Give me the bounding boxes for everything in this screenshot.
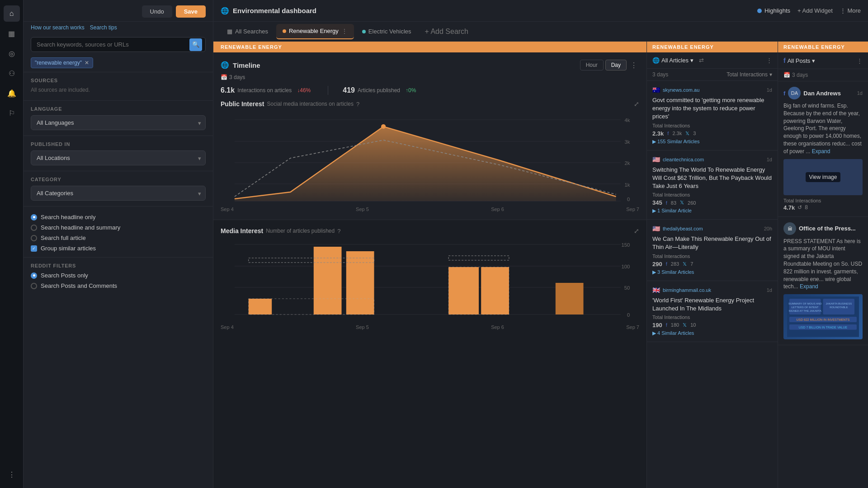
post-author-name-1[interactable]: Dan Andrews bbox=[803, 90, 841, 97]
tab-renewable-energy[interactable]: Renewable Energy ⋮ bbox=[276, 24, 354, 39]
svg-rect-20 bbox=[249, 299, 272, 314]
radio-posts-comments[interactable]: Search Posts and Comments bbox=[31, 282, 206, 289]
search-tips-link[interactable]: Search tips bbox=[90, 24, 117, 31]
highlights-button[interactable]: Highlights bbox=[757, 7, 790, 14]
expand-link-2[interactable]: Expand bbox=[800, 283, 818, 290]
article-item: 🇦🇺 skynews.com.au 1d Govt committed to '… bbox=[647, 81, 778, 150]
language-select[interactable]: All Languages English Spanish French bbox=[31, 115, 206, 130]
svg-text:2k: 2k bbox=[624, 160, 630, 166]
view-image-button-1[interactable]: View image bbox=[806, 172, 841, 182]
tab-electric-vehicles[interactable]: Electric Vehicles bbox=[356, 24, 418, 38]
sort-filter[interactable]: Total Interactions ▾ bbox=[726, 71, 772, 78]
article-item: 🇬🇧 birminghammail.co.uk 1d 'World First'… bbox=[647, 281, 778, 342]
post-int-val-1: 4.7k bbox=[783, 204, 795, 211]
users-nav-icon[interactable]: ⚇ bbox=[4, 65, 20, 81]
stats-divider bbox=[328, 86, 328, 95]
search-button[interactable]: 🔍 bbox=[189, 38, 202, 51]
public-interest-expand-button[interactable]: ⤢ bbox=[634, 100, 639, 108]
svg-rect-22 bbox=[346, 251, 374, 314]
article-source-3[interactable]: thedailybeast.com bbox=[663, 226, 703, 231]
highlights-dot bbox=[757, 9, 762, 13]
svg-text:150: 150 bbox=[622, 242, 630, 248]
article-source-2[interactable]: cleantechnica.com bbox=[663, 157, 704, 162]
svg-text:0: 0 bbox=[627, 197, 630, 202]
radio-headline-summary[interactable]: Search headline and summary bbox=[31, 224, 206, 231]
press-image-svg: SUMMARY OF MOUS AND LETTERS OF INTENT SI… bbox=[787, 296, 859, 337]
hour-button[interactable]: Hour bbox=[580, 60, 604, 70]
article-title-3[interactable]: We Can Make This Renewable Energy Out of… bbox=[652, 235, 772, 251]
similar-articles-link-3[interactable]: ▶ 3 Similar Articles bbox=[652, 269, 772, 275]
day-button[interactable]: Day bbox=[605, 60, 627, 70]
how-search-works-link[interactable]: How our search works bbox=[31, 24, 85, 31]
media-interest-title: Media Interest bbox=[221, 227, 263, 235]
category-select[interactable]: All Categories News Blogs bbox=[31, 186, 206, 201]
svg-text:SUMMARY OF MOUS AND: SUMMARY OF MOUS AND bbox=[788, 302, 822, 305]
articles-value: 419 bbox=[343, 86, 355, 94]
article-time-4: 1d bbox=[767, 287, 772, 293]
reddit-label: REDDIT FILTERS bbox=[31, 263, 206, 268]
language-label: LANGUAGE bbox=[31, 106, 206, 112]
media-interest-expand-button[interactable]: ⤢ bbox=[634, 227, 639, 235]
post-text-2: PRESS STATEMENT As here is a summary of … bbox=[783, 238, 863, 291]
article-source-1[interactable]: skynews.com.au bbox=[663, 87, 699, 93]
timeline-options-button[interactable]: ⋮ bbox=[628, 61, 639, 70]
category-select-wrap: All Categories News Blogs ▾ bbox=[31, 186, 206, 201]
radio-headline-only[interactable]: Search headline only bbox=[31, 214, 206, 221]
save-button[interactable]: Save bbox=[176, 5, 206, 18]
article-source-4[interactable]: birminghammail.co.uk bbox=[663, 287, 711, 293]
undo-button[interactable]: Undo bbox=[142, 5, 172, 18]
radio-full-article[interactable]: Search full article bbox=[31, 235, 206, 241]
sources-section: SOURCES All sources are included. bbox=[24, 72, 213, 100]
similar-articles-link-1[interactable]: ▶ 155 Similar Articles bbox=[652, 139, 772, 145]
home-nav-icon[interactable]: ⌂ bbox=[4, 5, 20, 22]
post-time-1: 1d bbox=[857, 90, 863, 96]
published-select[interactable]: All Locations United States United Kingd… bbox=[31, 150, 206, 165]
press-image-1: SUMMARY OF MOUS AND LETTERS OF INTENT SI… bbox=[783, 294, 863, 339]
fb-icon-1: f bbox=[667, 131, 669, 136]
post-avatar-1: DA bbox=[788, 87, 801, 99]
tab-all-searches[interactable]: ▦ All Searches bbox=[221, 24, 274, 38]
svg-text:4k: 4k bbox=[624, 117, 630, 123]
search-input[interactable] bbox=[31, 37, 206, 52]
all-articles-label: All Articles bbox=[661, 57, 689, 64]
language-section: LANGUAGE All Languages English Spanish F… bbox=[24, 100, 213, 136]
all-posts-dropdown[interactable]: f All Posts ▾ bbox=[783, 57, 815, 64]
more-nav-icon[interactable]: ⋮ bbox=[4, 466, 20, 483]
article-title-4[interactable]: 'World First' Renewable Energy Project L… bbox=[652, 296, 772, 313]
transfer-icon[interactable]: ⇄ bbox=[699, 57, 704, 64]
svg-rect-25 bbox=[556, 283, 584, 314]
expand-link-1[interactable]: Expand bbox=[812, 148, 830, 155]
sort-label: Total Interactions bbox=[726, 71, 768, 78]
dashboard-title: Environmental dashboard bbox=[233, 7, 316, 14]
media-interest-subtitle: Number of articles published bbox=[266, 228, 335, 234]
fb-icon-2: f bbox=[666, 200, 667, 206]
electric-vehicles-label: Electric Vehicles bbox=[368, 28, 411, 35]
article-title-2[interactable]: Switching The World To Renewable Energy … bbox=[652, 166, 772, 191]
similar-articles-link-4[interactable]: ▶ 4 Similar Articles bbox=[652, 330, 772, 336]
article-title-1[interactable]: Govt committed to 'getting more renewabl… bbox=[652, 96, 772, 121]
all-articles-dropdown[interactable]: 🌐 All Articles ▾ ⇄ bbox=[652, 57, 704, 64]
post-platform-icon-1: f bbox=[783, 90, 785, 97]
search-scope-radio-group: Search headline only Search headline and… bbox=[31, 214, 206, 241]
dashboard-nav-icon[interactable]: ▦ bbox=[4, 25, 20, 42]
electric-vehicles-dot bbox=[362, 30, 366, 33]
tag-remove-button[interactable]: ✕ bbox=[85, 60, 89, 66]
add-search-tab[interactable]: + Add Search bbox=[420, 24, 474, 39]
social-options-icon[interactable]: ⋮ bbox=[857, 57, 863, 64]
bookmark-nav-icon[interactable]: ⚐ bbox=[4, 105, 20, 121]
articles-options-icon[interactable]: ⋮ bbox=[766, 57, 772, 64]
add-widget-button[interactable]: + Add Widget bbox=[797, 7, 833, 14]
globe-nav-icon[interactable]: ◎ bbox=[4, 45, 20, 61]
tab-options-icon[interactable]: ⋮ bbox=[341, 28, 348, 35]
svg-text:100: 100 bbox=[622, 264, 630, 269]
more-button[interactable]: ⋮ More bbox=[840, 7, 861, 14]
published-section: PUBLISHED IN All Locations United States… bbox=[24, 136, 213, 171]
bell-nav-icon[interactable]: 🔔 bbox=[4, 85, 20, 101]
post-author-name-2[interactable]: Office of the Press... bbox=[799, 225, 856, 232]
group-similar-checkbox[interactable]: Group similar articles bbox=[31, 245, 206, 252]
interactions-stat: 6.1k Interactions on articles ↓46% bbox=[221, 86, 313, 94]
similar-articles-link-2[interactable]: ▶ 1 Similar Article bbox=[652, 208, 772, 214]
radio-posts-only[interactable]: Search Posts only bbox=[31, 272, 206, 279]
svg-text:USD 822 MILLION IN INVESTMENTS: USD 822 MILLION IN INVESTMENTS bbox=[797, 318, 850, 321]
articles-panel-header: RENEWABLE ENERGY bbox=[647, 42, 778, 52]
